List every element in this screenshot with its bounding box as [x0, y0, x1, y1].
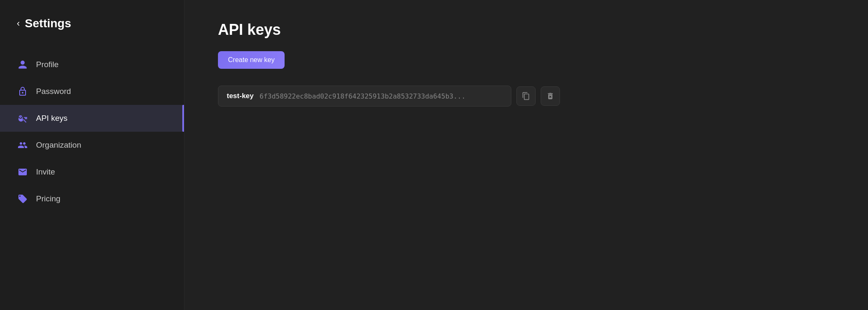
sidebar-item-api-keys-label: API keys	[36, 114, 67, 123]
delete-icon	[546, 92, 554, 100]
sidebar-item-pricing-label: Pricing	[36, 194, 60, 203]
copy-api-key-button[interactable]	[516, 86, 536, 106]
sidebar-item-organization-label: Organization	[36, 141, 81, 150]
pricing-icon	[17, 193, 29, 205]
settings-title: Settings	[25, 17, 71, 30]
sidebar-header: ‹ Settings	[0, 17, 184, 47]
api-key-row: test-key 6f3d58922ec8bad02c918f642325913…	[218, 86, 834, 107]
password-icon	[17, 86, 29, 97]
create-new-key-button[interactable]: Create new key	[218, 51, 285, 69]
delete-api-key-button[interactable]	[541, 86, 560, 106]
sidebar: ‹ Settings Profile Password	[0, 0, 184, 310]
sidebar-item-pricing[interactable]: Pricing	[0, 185, 184, 212]
sidebar-item-invite-label: Invite	[36, 167, 55, 177]
sidebar-item-api-keys[interactable]: API keys	[0, 105, 184, 132]
sidebar-item-invite[interactable]: Invite	[0, 159, 184, 185]
svg-rect-1	[25, 118, 27, 119]
organization-icon	[17, 139, 29, 151]
sidebar-item-password[interactable]: Password	[0, 78, 184, 105]
api-key-box: test-key 6f3d58922ec8bad02c918f642325913…	[218, 86, 511, 107]
sidebar-item-password-label: Password	[36, 87, 71, 96]
api-keys-icon	[17, 112, 29, 124]
back-icon[interactable]: ‹	[17, 18, 20, 29]
sidebar-item-profile-label: Profile	[36, 60, 59, 69]
nav-items: Profile Password API keys	[0, 51, 184, 212]
profile-icon	[17, 59, 29, 70]
sidebar-item-profile[interactable]: Profile	[0, 51, 184, 78]
api-key-name: test-key	[227, 92, 254, 100]
page-title: API keys	[218, 21, 834, 39]
api-key-value: 6f3d58922ec8bad02c918f642325913b2a853273…	[259, 92, 465, 100]
main-content: API keys Create new key test-key 6f3d589…	[184, 0, 868, 310]
copy-icon	[522, 92, 530, 100]
invite-icon	[17, 166, 29, 178]
svg-rect-0	[24, 117, 27, 118]
sidebar-item-organization[interactable]: Organization	[0, 132, 184, 159]
